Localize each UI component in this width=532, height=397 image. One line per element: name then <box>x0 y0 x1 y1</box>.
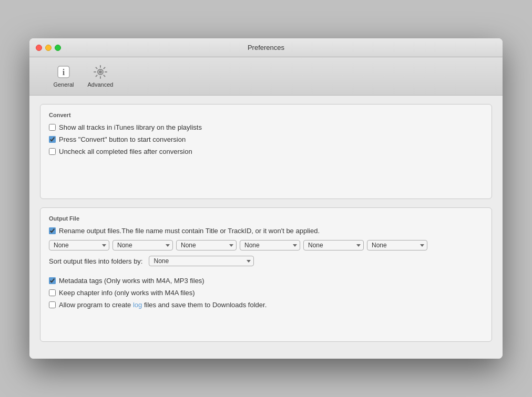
preferences-window: Preferences i General Advanced <box>29 38 503 359</box>
log-checkbox[interactable] <box>49 301 56 308</box>
rename-checkbox[interactable] <box>49 227 56 234</box>
press-convert-label: Press "Convert" button to start conversi… <box>59 135 186 143</box>
filename-dropdown-3[interactable]: NoneTitleTrackIDArtistAlbum <box>176 240 237 250</box>
svg-text:i: i <box>63 68 65 77</box>
log-label: Allow program to create log files and sa… <box>59 301 267 309</box>
rename-label: Rename output files.The file name must c… <box>59 227 320 235</box>
sort-row: Sort output files into folders by: NoneA… <box>49 256 483 266</box>
convert-section: Convert Show all tracks in iTunes librar… <box>40 104 492 199</box>
advanced-icon <box>92 64 109 80</box>
metadata-label: Metadata tags (Only works with M4A, MP3 … <box>59 277 204 285</box>
press-convert-checkbox[interactable] <box>49 136 56 143</box>
filename-dropdown-2[interactable]: NoneTitleTrackIDArtistAlbum <box>112 240 173 250</box>
checkbox-press-convert: Press "Convert" button to start conversi… <box>49 135 483 143</box>
general-icon: i <box>55 64 72 80</box>
minimize-button[interactable] <box>45 45 52 51</box>
maximize-button[interactable] <box>55 45 61 51</box>
content-area: Convert Show all tracks in iTunes librar… <box>29 96 503 359</box>
uncheck-completed-checkbox[interactable] <box>49 148 56 155</box>
checkbox-metadata: Metadata tags (Only works with M4A, MP3 … <box>49 277 483 285</box>
filename-dropdown-6[interactable]: NoneTitleTrackIDArtistAlbum <box>367 240 427 250</box>
checkbox-uncheck-completed: Uncheck all completed files after conver… <box>49 148 483 155</box>
checkbox-rename: Rename output files.The file name must c… <box>49 227 483 235</box>
metadata-checkbox[interactable] <box>49 277 56 284</box>
sort-dropdown[interactable]: NoneArtistAlbumYear <box>149 256 254 266</box>
filename-dropdown-5[interactable]: NoneTitleTrackIDArtistAlbum <box>303 240 364 250</box>
toolbar-advanced[interactable]: Advanced <box>82 61 119 90</box>
checkbox-chapter: Keep chapter info (only works with M4A f… <box>49 289 483 297</box>
filename-dropdown-4[interactable]: NoneTitleTrackIDArtistAlbum <box>240 240 300 250</box>
advanced-label: Advanced <box>88 81 114 88</box>
toolbar: i General Advanced <box>29 57 503 96</box>
checkbox-show-tracks: Show all tracks in iTunes library on the… <box>49 123 483 131</box>
show-tracks-checkbox[interactable] <box>49 124 56 131</box>
title-bar: Preferences <box>29 38 503 57</box>
toolbar-general[interactable]: i General <box>45 61 82 90</box>
window-title: Preferences <box>248 44 284 51</box>
chapter-label: Keep chapter info (only works with M4A f… <box>59 289 195 297</box>
convert-section-title: Convert <box>49 112 483 118</box>
output-section: Output File Rename output files.The file… <box>40 207 492 342</box>
uncheck-completed-label: Uncheck all completed files after conver… <box>59 148 192 155</box>
output-section-title: Output File <box>49 215 483 222</box>
close-button[interactable] <box>36 45 42 51</box>
svg-point-2 <box>99 70 102 74</box>
chapter-checkbox[interactable] <box>49 289 56 296</box>
log-link[interactable]: log <box>133 301 142 309</box>
checkbox-log: Allow program to create log files and sa… <box>49 301 483 309</box>
general-label: General <box>53 81 74 88</box>
filename-dropdown-1[interactable]: NoneTitleTrackIDArtistAlbum <box>49 240 109 250</box>
traffic-lights <box>36 45 61 51</box>
show-tracks-label: Show all tracks in iTunes library on the… <box>59 123 202 131</box>
sort-label: Sort output files into folders by: <box>49 257 142 265</box>
filename-dropdowns: NoneTitleTrackIDArtistAlbum NoneTitleTra… <box>49 240 483 250</box>
